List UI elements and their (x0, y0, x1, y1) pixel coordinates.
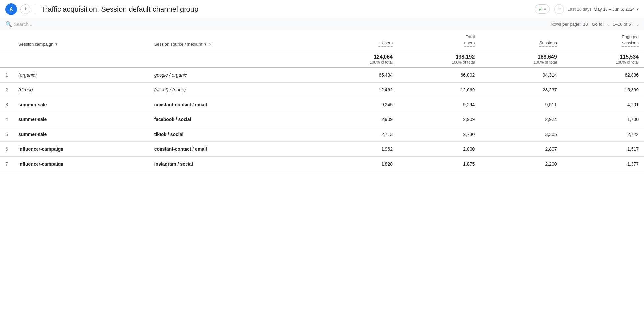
source-medium-cell[interactable]: constant-contact / email (149, 97, 316, 112)
source-medium-close-icon[interactable]: ✕ (209, 42, 212, 47)
engaged-sessions-col-header[interactable]: Engaged sessions (562, 30, 644, 51)
total-users-cell: 2,730 (398, 127, 480, 142)
campaign-cell[interactable]: (direct) (13, 83, 149, 97)
data-table: Session campaign ▾ Session source / medi… (0, 30, 644, 171)
source-medium-cell[interactable]: instagram / social (149, 157, 316, 171)
users-cell: 9,245 (316, 97, 398, 112)
rows-per-page-control: Rows per page: 10 (551, 22, 588, 27)
totals-total-users-value: 138,192 (403, 54, 475, 60)
table-header-row: Session campaign ▾ Session source / medi… (0, 30, 644, 51)
totals-campaign (13, 51, 149, 67)
source-medium-cell[interactable]: tiktok / social (149, 127, 316, 142)
users-cell: 1,962 (316, 142, 398, 157)
date-range-prefix: Last 28 days (567, 7, 592, 12)
engaged-sessions-cell: 62,836 (562, 67, 644, 83)
campaign-filter-button[interactable]: ▾ (55, 42, 58, 47)
chevron-down-icon: ▾ (544, 7, 546, 12)
page-title: Traffic acquisition: Session default cha… (41, 5, 532, 13)
sessions-cell: 3,305 (480, 127, 562, 142)
date-range-value: May 10 – Jun 6, 2024 (594, 7, 635, 12)
totals-users-pct: 100% of total (321, 60, 393, 64)
totals-row-num (0, 51, 13, 67)
engaged-sessions-cell: 15,399 (562, 83, 644, 97)
avatar[interactable]: A (5, 3, 17, 15)
row-num-cell: 2 (0, 83, 13, 97)
search-row: 🔍 Search... Rows per page: 10 Go to: ‹ 1… (0, 18, 644, 30)
prev-page-button[interactable]: ‹ (607, 22, 609, 27)
total-users-col-header[interactable]: Total users (398, 30, 480, 51)
rows-per-page-value[interactable]: 10 (583, 22, 588, 27)
totals-total-users-cell: 138,192 100% of total (398, 51, 480, 67)
rows-per-page-label: Rows per page: (551, 22, 581, 27)
engaged-sessions-line2: sessions (622, 40, 639, 45)
campaign-cell[interactable]: influencer-campaign (13, 142, 149, 157)
users-col-label: Users (382, 40, 393, 45)
source-medium-cell[interactable]: (direct) / (none) (149, 83, 316, 97)
source-medium-cell[interactable]: google / organic (149, 67, 316, 83)
totals-sessions-pct: 100% of total (485, 60, 557, 64)
engaged-sessions-cell: 1,377 (562, 157, 644, 171)
total-users-cell: 2,909 (398, 112, 480, 127)
check-icon: ✓ (538, 6, 543, 12)
totals-source (149, 51, 316, 67)
sessions-cell: 2,807 (480, 142, 562, 157)
table-row: 3 summer-sale constant-contact / email 9… (0, 97, 644, 112)
status-badge[interactable]: ✓ ▾ (535, 4, 550, 14)
row-num-header (0, 30, 13, 51)
row-num-cell: 4 (0, 112, 13, 127)
go-to-control: Go to: (592, 22, 603, 27)
add-tab-button[interactable]: + (20, 4, 30, 14)
sessions-cell: 28,237 (480, 83, 562, 97)
campaign-cell[interactable]: (organic) (13, 67, 149, 83)
total-users-cell: 66,002 (398, 67, 480, 83)
sessions-cell: 2,200 (480, 157, 562, 171)
totals-row: 124,064 100% of total 138,192 100% of to… (0, 51, 644, 67)
sessions-col-label: Sessions (539, 40, 557, 45)
search-icon: 🔍 (5, 21, 12, 27)
topbar: A + Traffic acquisition: Session default… (0, 0, 644, 18)
totals-engaged-sessions-pct: 100% of total (567, 60, 639, 64)
campaign-cell[interactable]: influencer-campaign (13, 157, 149, 171)
search-input[interactable]: Search... (14, 22, 32, 27)
total-users-line2: users (464, 40, 475, 45)
users-cell: 1,828 (316, 157, 398, 171)
users-cell: 65,434 (316, 67, 398, 83)
row-num-cell: 3 (0, 97, 13, 112)
users-cell: 2,713 (316, 127, 398, 142)
totals-sessions-value: 188,649 (485, 54, 557, 60)
sessions-col-header[interactable]: Sessions (480, 30, 562, 51)
campaign-cell[interactable]: summer-sale (13, 112, 149, 127)
users-col-header[interactable]: ↓ Users (316, 30, 398, 51)
date-range-picker[interactable]: Last 28 days May 10 – Jun 6, 2024 ▾ (567, 7, 639, 12)
totals-total-users-pct: 100% of total (403, 60, 475, 64)
engaged-sessions-cell: 1,700 (562, 112, 644, 127)
divider (36, 4, 36, 14)
row-num-cell: 6 (0, 142, 13, 157)
row-num-cell: 7 (0, 157, 13, 171)
sessions-cell: 94,314 (480, 67, 562, 83)
totals-users-cell: 124,064 100% of total (316, 51, 398, 67)
totals-engaged-sessions-cell: 115,534 100% of total (562, 51, 644, 67)
campaign-cell[interactable]: summer-sale (13, 97, 149, 112)
engaged-sessions-line1: Engaged (622, 34, 639, 39)
users-cell: 2,909 (316, 112, 398, 127)
table-row: 4 summer-sale facebook / social 2,909 2,… (0, 112, 644, 127)
total-users-cell: 9,294 (398, 97, 480, 112)
source-medium-filter-button[interactable]: ▾ (204, 42, 207, 47)
engaged-sessions-cell: 4,201 (562, 97, 644, 112)
totals-engaged-sessions-value: 115,534 (567, 54, 639, 60)
source-medium-col-label: Session source / medium (154, 42, 202, 47)
engaged-sessions-cell: 2,722 (562, 127, 644, 142)
users-cell: 12,462 (316, 83, 398, 97)
table-row: 6 influencer-campaign constant-contact /… (0, 142, 644, 157)
table-row: 1 (organic) google / organic 65,434 66,0… (0, 67, 644, 83)
row-num-cell: 1 (0, 67, 13, 83)
campaign-cell[interactable]: summer-sale (13, 127, 149, 142)
sessions-cell: 9,511 (480, 97, 562, 112)
campaign-col-label: Session campaign (18, 42, 53, 47)
source-medium-cell[interactable]: constant-contact / email (149, 142, 316, 157)
next-page-button[interactable]: › (637, 22, 639, 27)
add-comparison-button[interactable]: + (554, 4, 564, 14)
source-medium-cell[interactable]: facebook / social (149, 112, 316, 127)
users-sort-icon: ↓ (378, 40, 381, 45)
